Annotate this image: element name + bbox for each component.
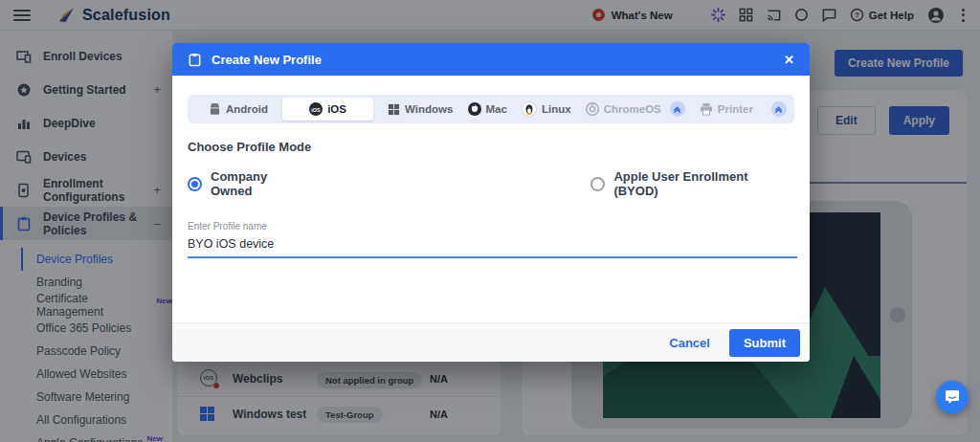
tab-label: Printer (718, 103, 753, 115)
chat-launcher-button[interactable] (936, 381, 969, 413)
ios-icon: iOS (309, 102, 323, 116)
tab-label: iOS (327, 103, 346, 115)
modal-header: Create New Profile ✕ (172, 43, 810, 76)
tab-mac[interactable]: Mac (468, 102, 507, 116)
profile-badge-icon (188, 53, 202, 67)
modal-title: Create New Profile (212, 53, 322, 67)
cancel-button[interactable]: Cancel (669, 336, 710, 350)
upgrade-badge-icon[interactable] (771, 101, 787, 117)
tab-label: Windows (405, 103, 453, 115)
profile-name-input[interactable] (188, 235, 797, 258)
radio-apple-user-enrollment[interactable]: Apple User Enrollment (BYOD) (590, 169, 794, 198)
radio-selected-icon (188, 177, 202, 191)
tab-ios[interactable]: iOS iOS (282, 98, 373, 121)
app-root: Scalefusion What's New (0, 0, 980, 442)
printer-icon (700, 102, 713, 116)
radio-label: Company Owned (211, 169, 311, 198)
chromeos-icon (586, 102, 599, 116)
profile-name-field-label: Enter Profile name (188, 221, 794, 232)
modal-footer: Cancel Submit (172, 322, 810, 362)
windows-icon (388, 103, 400, 116)
tab-printer[interactable]: Printer (700, 101, 787, 117)
linux-icon (522, 101, 537, 117)
profile-mode-options: Company Owned Apple User Enrollment (BYO… (188, 169, 794, 198)
radio-unselected-icon (590, 177, 605, 191)
tab-chromeos[interactable]: ChromeOS (586, 101, 685, 117)
radio-company-owned[interactable]: Company Owned (188, 169, 311, 198)
tab-linux[interactable]: Linux (522, 101, 571, 117)
modal-body: Choose Profile Mode Company Owned Apple … (172, 140, 810, 258)
close-icon[interactable]: ✕ (784, 54, 794, 66)
create-profile-modal: Create New Profile ✕ Android iOS iOS (172, 43, 810, 362)
chat-bubble-icon (945, 390, 960, 405)
upgrade-badge-icon[interactable] (670, 101, 685, 117)
mac-icon (468, 102, 481, 116)
platform-tabbar: Android iOS iOS Windows (188, 95, 794, 123)
tab-windows[interactable]: Windows (388, 103, 453, 116)
tab-label: Android (226, 103, 268, 115)
tab-label: Mac (486, 103, 507, 115)
tab-android[interactable]: Android (209, 102, 268, 116)
radio-label: Apple User Enrollment (BYOD) (613, 169, 794, 198)
submit-button[interactable]: Submit (729, 329, 800, 357)
svg-text:iOS: iOS (311, 107, 321, 113)
android-icon (209, 102, 221, 116)
tab-label: ChromeOS (604, 103, 661, 115)
tab-label: Linux (542, 103, 571, 115)
choose-profile-mode-label: Choose Profile Mode (188, 140, 794, 154)
